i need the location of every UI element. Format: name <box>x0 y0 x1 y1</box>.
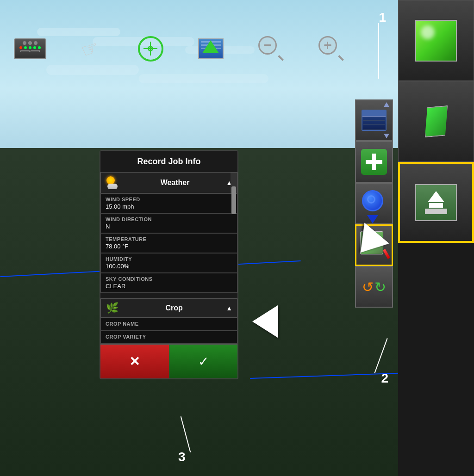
upload-map-button[interactable] <box>398 162 474 243</box>
grid-button[interactable] <box>194 37 227 60</box>
wind-direction-label: WIND DIRECTION <box>106 216 232 222</box>
humidity-label: HUMIDITY <box>106 256 232 262</box>
control-panel-button[interactable] <box>14 37 46 60</box>
grid-icon <box>198 38 224 59</box>
upload-map-icon <box>415 184 457 221</box>
crop-variety-field[interactable]: CROP VARIETY <box>100 331 237 344</box>
crop-section-header[interactable]: 🌿 Crop ▲ <box>100 298 237 318</box>
scrollbar-track <box>231 173 237 193</box>
temperature-label: TEMPERATURE <box>106 236 232 242</box>
add-button[interactable] <box>355 141 393 183</box>
wind-direction-field[interactable]: WIND DIRECTION N <box>100 213 237 233</box>
record-job-info-panel: Record Job Info Weather ▲ WIND SPEED 15.… <box>100 150 238 379</box>
weather-label: Weather <box>124 179 226 187</box>
layers-button[interactable] <box>355 99 393 141</box>
weather-section-header[interactable]: Weather ▲ <box>100 172 237 193</box>
cancel-button[interactable]: ✕ <box>100 345 169 378</box>
wind-speed-field[interactable]: WIND SPEED 15.00 mph <box>100 193 237 213</box>
green-shard-button[interactable] <box>398 81 474 162</box>
section-spacer <box>100 293 237 298</box>
green-field-button[interactable] <box>398 0 474 81</box>
zoom-out-button[interactable] <box>255 37 287 60</box>
crop-icon: 🌿 <box>106 302 118 315</box>
hand-cursor-icon: ☞ <box>78 35 102 62</box>
hand-cursor-button[interactable]: ☞ <box>74 37 106 60</box>
temperature-field[interactable]: TEMPERATURE 78.00 °F <box>100 233 237 253</box>
humidity-value: 100.00% <box>106 263 232 270</box>
cancel-icon: ✕ <box>129 354 140 369</box>
location-button[interactable] <box>355 183 393 224</box>
ok-icon: ✓ <box>198 354 209 369</box>
swap-arrows-icon: ↺ ↻ <box>361 275 387 298</box>
crop-label: Crop <box>122 304 226 312</box>
ok-button[interactable]: ✓ <box>169 345 238 378</box>
panel-action-buttons: ✕ ✓ <box>100 344 237 378</box>
panel-title: Record Job Info <box>100 151 237 172</box>
zoom-in-icon <box>318 36 344 62</box>
target-icon <box>138 36 163 62</box>
wind-direction-value: N <box>106 223 232 230</box>
green-shard-icon <box>422 105 450 138</box>
wind-speed-value: 15.00 mph <box>106 203 232 210</box>
control-panel-icon <box>14 38 46 59</box>
far-right-panel <box>398 0 474 476</box>
right-toolbar: ↺ ↻ <box>355 99 393 308</box>
wind-speed-label: WIND SPEED <box>106 197 232 202</box>
target-button[interactable] <box>134 37 167 60</box>
zoom-in-button[interactable] <box>315 37 347 60</box>
weather-icon <box>106 175 120 190</box>
humidity-field[interactable]: HUMIDITY 100.00% <box>100 253 237 273</box>
crop-name-field[interactable]: CROP NAME <box>100 318 237 331</box>
annotation-1: 1 <box>379 10 386 25</box>
location-pin-icon <box>362 190 386 217</box>
left-arrow-indicator <box>252 305 278 338</box>
annotation-2: 2 <box>381 371 388 386</box>
crop-collapse-arrow[interactable]: ▲ <box>226 304 232 312</box>
arrow-down-icon <box>384 134 389 138</box>
annotation-1-line <box>378 23 379 79</box>
scrollbar-thumb[interactable] <box>231 186 236 214</box>
annotation-3: 3 <box>178 450 186 464</box>
sky-conditions-value: CLEAR <box>106 283 232 290</box>
arrow-up-icon <box>384 102 389 107</box>
layers-icon <box>362 110 387 131</box>
sky-background <box>0 0 398 148</box>
temperature-value: 78.00 °F <box>106 243 232 250</box>
add-plus-icon <box>361 149 387 175</box>
crop-name-label: CROP NAME <box>106 321 232 327</box>
green-field-icon <box>415 20 457 62</box>
sky-conditions-field[interactable]: SKY CONDITIONS CLEAR <box>100 273 237 293</box>
crop-variety-label: CROP VARIETY <box>106 334 232 340</box>
sky-conditions-label: SKY CONDITIONS <box>106 276 232 282</box>
swap-button[interactable]: ↺ ↻ <box>355 266 393 308</box>
zoom-out-icon <box>258 36 284 62</box>
top-toolbar: ☞ <box>14 37 347 60</box>
